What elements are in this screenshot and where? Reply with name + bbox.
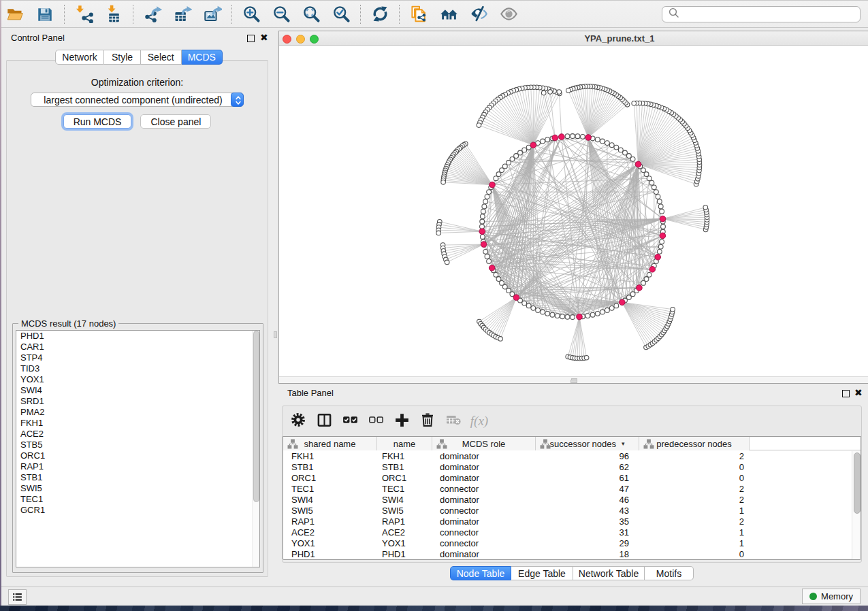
table-cell[interactable]: SWI4 (283, 495, 377, 506)
table-cell[interactable]: 1 (639, 527, 750, 538)
table-cell[interactable]: SWI4 (377, 495, 432, 506)
save-session-button[interactable] (30, 1, 60, 28)
mcds-result-item[interactable]: RAP1 (16, 461, 259, 472)
table-cell[interactable]: 31 (536, 527, 639, 538)
table-cell[interactable]: FKH1 (377, 451, 432, 462)
duplicate-network-button[interactable] (404, 1, 434, 28)
table-cell[interactable]: 1 (639, 506, 750, 516)
table-tab-node-table[interactable]: Node Table (450, 566, 511, 580)
zoom-selected-button[interactable] (326, 1, 356, 28)
mcds-list-scrollbar-thumb[interactable] (253, 331, 259, 502)
table-cell[interactable]: 47 (536, 484, 639, 495)
table-cell[interactable]: connector (432, 484, 536, 495)
table-cell[interactable]: 0 (639, 549, 750, 560)
table-cell[interactable]: 2 (639, 484, 750, 495)
table-cell[interactable]: 62 (536, 462, 639, 473)
table-tab-edge-table[interactable]: Edge Table (511, 566, 573, 580)
close-panel-button[interactable]: Close panel (140, 114, 211, 129)
vertical-splitter-grip[interactable] (274, 331, 277, 338)
table-cell[interactable]: 1 (639, 538, 750, 549)
horizontal-splitter-grip[interactable] (570, 380, 577, 383)
export-table-button[interactable] (167, 1, 197, 28)
table-row-STB1[interactable]: STB1STB1dominator620 (283, 462, 861, 473)
mcds-result-item[interactable]: FKH1 (16, 418, 259, 429)
table-row-ORC1[interactable]: ORC1ORC1dominator610 (283, 473, 861, 484)
open-file-button[interactable] (0, 1, 30, 28)
column-header-MCDS-role[interactable]: MCDS role (432, 437, 536, 450)
table-cell[interactable]: TEC1 (377, 484, 432, 495)
table-row-ACE2[interactable]: ACE2ACE2connector311 (283, 527, 861, 538)
control-panel-tab-network[interactable]: Network (55, 50, 104, 65)
add-column-button[interactable] (389, 408, 415, 434)
export-network-button[interactable] (138, 1, 167, 28)
show-panels-menu-button[interactable] (8, 589, 27, 605)
show-all-button[interactable] (494, 1, 524, 28)
mcds-result-item[interactable]: ORC1 (16, 450, 259, 461)
refresh-layout-button[interactable] (365, 1, 395, 28)
table-cell[interactable]: 35 (536, 516, 639, 527)
import-network-button[interactable] (69, 1, 99, 28)
settings-gear-button[interactable] (285, 408, 311, 434)
table-scrollbar[interactable] (852, 451, 861, 560)
table-row-FKH1[interactable]: FKH1FKH1dominator962 (283, 451, 861, 462)
mcds-result-item[interactable]: SRD1 (16, 396, 259, 407)
table-cell[interactable]: ORC1 (283, 473, 377, 484)
table-panel-float-button[interactable] (842, 390, 850, 397)
table-cell[interactable]: 2 (639, 451, 750, 462)
mcds-result-item[interactable]: STP4 (16, 352, 259, 363)
optimization-criterion-select[interactable]: largest connected component (undirected) (31, 93, 244, 107)
table-cell[interactable]: 0 (639, 462, 750, 473)
vertical-splitter[interactable] (273, 29, 278, 587)
table-cell[interactable]: PHD1 (377, 549, 432, 560)
table-cell[interactable]: 61 (536, 473, 639, 484)
table-cell[interactable]: 0 (639, 473, 750, 484)
mcds-result-item[interactable]: SWI5 (16, 483, 259, 494)
import-table-button[interactable] (99, 1, 129, 28)
mcds-result-item[interactable]: SWI4 (16, 385, 259, 396)
table-row-YOX1[interactable]: YOX1YOX1connector291 (283, 538, 861, 549)
control-panel-close-button[interactable]: ✖ (260, 33, 268, 42)
control-panel-tab-style[interactable]: Style (104, 50, 141, 65)
network-graph[interactable] (279, 46, 868, 377)
table-cell[interactable]: SWI5 (283, 506, 377, 516)
window-zoom-button[interactable] (310, 35, 319, 44)
mcds-result-item[interactable]: PMA2 (16, 407, 259, 418)
window-minimize-button[interactable] (296, 35, 305, 44)
table-cell[interactable]: dominator (432, 495, 536, 506)
table-cell[interactable]: FKH1 (283, 451, 377, 462)
table-cell[interactable]: RAP1 (283, 516, 377, 527)
table-cell[interactable]: YOX1 (283, 538, 377, 549)
deselect-checks-button[interactable] (363, 408, 389, 434)
table-cell[interactable]: dominator (432, 473, 536, 484)
mcds-list-scrollbar[interactable] (252, 331, 259, 567)
table-tab-network-table[interactable]: Network Table (573, 566, 645, 580)
control-panel-tab-mcds[interactable]: MCDS (182, 50, 223, 65)
export-image-button[interactable] (197, 1, 227, 28)
table-cell[interactable]: dominator (432, 516, 536, 527)
mcds-result-item[interactable]: YOX1 (16, 374, 259, 385)
control-panel-tab-select[interactable]: Select (141, 50, 182, 65)
table-cell[interactable]: PHD1 (283, 549, 377, 560)
table-cell[interactable]: TEC1 (283, 484, 377, 495)
first-neighbors-button[interactable] (434, 1, 464, 28)
table-cell[interactable]: RAP1 (377, 516, 432, 527)
table-cell[interactable]: 2 (639, 495, 750, 506)
table-cell[interactable]: YOX1 (377, 538, 432, 549)
mcds-result-item[interactable]: STB5 (16, 440, 259, 450)
table-tab-motifs[interactable]: Motifs (645, 566, 694, 580)
table-row-SWI5[interactable]: SWI5SWI5connector431 (283, 506, 861, 516)
table-cell[interactable]: 18 (536, 549, 639, 560)
column-header-successor-nodes[interactable]: successor nodes▾ (536, 437, 639, 450)
memory-button[interactable]: Memory (802, 589, 861, 604)
run-mcds-button[interactable]: Run MCDS (63, 114, 132, 129)
window-close-button[interactable] (283, 35, 291, 44)
network-canvas[interactable] (279, 46, 868, 377)
table-cell[interactable]: 29 (536, 538, 639, 549)
table-row-PHD1[interactable]: PHD1PHD1dominator180 (283, 549, 861, 560)
network-search-input[interactable] (680, 7, 860, 22)
table-row-SWI4[interactable]: SWI4SWI4dominator462 (283, 495, 861, 506)
table-cell[interactable]: connector (432, 506, 536, 516)
mcds-result-item[interactable]: ACE2 (16, 429, 259, 440)
mcds-result-item[interactable]: TID3 (16, 363, 259, 374)
table-cell[interactable]: ORC1 (377, 473, 432, 484)
